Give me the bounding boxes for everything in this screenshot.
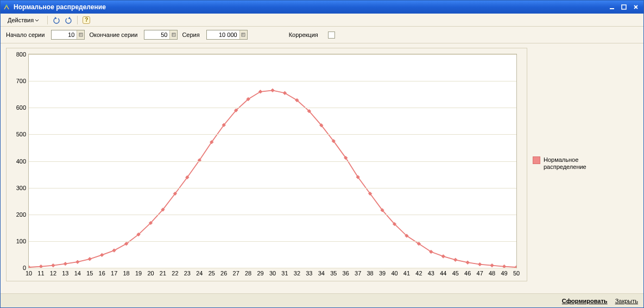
spinner-icon[interactable] — [239, 30, 247, 39]
separator — [47, 16, 48, 24]
series-input[interactable] — [207, 30, 239, 39]
y-tick-label: 800 — [8, 51, 26, 58]
close-link[interactable]: Закрыть — [615, 298, 638, 304]
x-tick-label: 46 — [464, 270, 471, 276]
x-tick-label: 40 — [391, 270, 397, 276]
x-tick-label: 30 — [269, 270, 276, 276]
x-tick-label: 44 — [440, 270, 446, 276]
x-tick-label: 24 — [196, 270, 203, 276]
grid-line — [29, 134, 516, 135]
x-tick-label: 32 — [294, 270, 300, 276]
x-tick-label: 34 — [318, 270, 325, 276]
y-tick-label: 600 — [8, 104, 26, 111]
x-tick-label: 10 — [26, 270, 32, 276]
x-tick-label: 42 — [415, 270, 422, 276]
x-tick-label: 43 — [428, 270, 434, 276]
svg-rect-6 — [80, 35, 80, 35]
svg-rect-14 — [242, 34, 243, 34]
y-tick-label: 100 — [8, 238, 26, 244]
x-tick-label: 23 — [184, 270, 191, 276]
svg-rect-7 — [81, 35, 81, 35]
x-tick-label: 31 — [281, 270, 288, 276]
grid-line — [29, 215, 516, 215]
x-tick-label: 21 — [160, 270, 166, 276]
x-tick-label: 22 — [172, 270, 178, 276]
grid-line — [29, 161, 516, 162]
x-tick-label: 16 — [99, 270, 105, 276]
svg-rect-2 — [622, 5, 626, 9]
parameters-bar: Начало серии Окончание серии Серия Корре… — [1, 27, 643, 43]
titlebar[interactable]: Нормальное распределение — [1, 1, 643, 14]
x-tick-label: 36 — [343, 270, 349, 276]
grid-line — [29, 268, 516, 268]
actions-label: Действия — [8, 17, 34, 23]
grid-line — [29, 108, 516, 108]
series-end-input[interactable] — [144, 30, 169, 39]
svg-point-0 — [6, 5, 8, 7]
y-tick-label: 700 — [8, 78, 26, 84]
svg-rect-10 — [174, 34, 174, 34]
series-end-label: Окончание серии — [89, 32, 137, 38]
redo-button[interactable] — [64, 16, 73, 24]
x-tick-label: 37 — [355, 270, 361, 276]
series-start-field[interactable] — [51, 30, 85, 40]
x-tick-label: 20 — [147, 270, 154, 276]
spinner-icon[interactable] — [169, 30, 177, 39]
svg-rect-11 — [173, 35, 173, 35]
series-label: Серия — [182, 32, 199, 38]
minimize-button[interactable] — [607, 3, 617, 11]
grid-line — [29, 54, 516, 55]
chart-area: 0100200300400500600700800101112131415161… — [1, 43, 643, 293]
legend-label: Нормальноераспределение — [544, 156, 586, 171]
x-tick-label: 49 — [501, 270, 507, 276]
grid-line — [29, 188, 516, 188]
series-start-input[interactable] — [52, 30, 77, 39]
x-tick-label: 47 — [477, 270, 483, 276]
x-tick-label: 26 — [220, 270, 227, 276]
svg-rect-9 — [173, 34, 173, 34]
series-end-field[interactable] — [144, 30, 178, 40]
correction-checkbox[interactable] — [328, 32, 335, 39]
svg-rect-16 — [242, 35, 243, 35]
x-tick-label: 18 — [123, 270, 129, 276]
plot-area: 0100200300400500600700800101112131415161… — [28, 54, 517, 268]
x-tick-label: 14 — [74, 270, 81, 276]
maximize-button[interactable] — [618, 3, 629, 11]
dropdown-icon — [35, 17, 39, 23]
window-controls — [607, 3, 641, 11]
separator — [77, 16, 78, 24]
toolbar: Действия ? — [1, 14, 643, 27]
x-tick-label: 15 — [86, 270, 93, 276]
x-tick-label: 48 — [489, 270, 495, 276]
svg-rect-12 — [174, 35, 174, 35]
legend-swatch — [533, 156, 540, 164]
grid-line — [29, 241, 516, 242]
x-tick-label: 13 — [62, 270, 68, 276]
x-tick-label: 39 — [379, 270, 386, 276]
correction-label: Коррекция — [289, 32, 318, 38]
x-tick-label: 33 — [306, 270, 312, 276]
spinner-icon[interactable] — [77, 30, 84, 39]
svg-rect-15 — [243, 34, 244, 34]
grid-line — [29, 81, 516, 81]
close-button[interactable] — [630, 3, 641, 11]
generate-button[interactable]: Сформировать — [562, 298, 608, 304]
app-window: Нормальное распределение Действия — [0, 0, 644, 308]
x-tick-label: 12 — [50, 270, 56, 276]
chart-wrapper: 0100200300400500600700800101112131415161… — [6, 48, 527, 281]
series-field[interactable] — [206, 30, 248, 40]
y-tick-label: 0 — [8, 265, 26, 271]
help-icon: ? — [83, 16, 90, 24]
x-tick-label: 28 — [245, 270, 251, 276]
y-tick-label: 300 — [8, 185, 26, 191]
legend: Нормальноераспределение — [533, 156, 630, 171]
series-start-label: Начало серии — [6, 32, 45, 38]
undo-button[interactable] — [52, 16, 61, 24]
svg-rect-4 — [80, 34, 80, 34]
svg-rect-1 — [610, 8, 614, 9]
actions-menu-button[interactable]: Действия — [4, 15, 43, 25]
x-tick-label: 27 — [233, 270, 239, 276]
help-button[interactable]: ? — [82, 16, 91, 24]
x-tick-label: 38 — [367, 270, 373, 276]
x-tick-label: 11 — [37, 270, 44, 276]
